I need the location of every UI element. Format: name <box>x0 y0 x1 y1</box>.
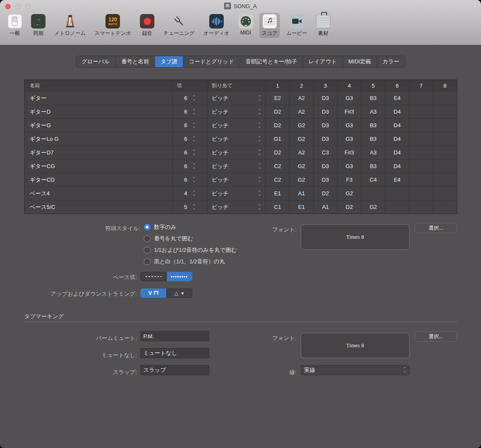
pitch-cell[interactable]: D3 <box>313 173 337 186</box>
table-row[interactable]: ギターCG 6⌃⌄ ピッチ⌃⌄ C2 G2 D3 G3 B3 D4 <box>25 159 457 173</box>
segment-dashed-sparse[interactable] <box>140 272 166 281</box>
toolbar-item-general[interactable]: 一般 <box>5 13 25 38</box>
notehead-font-choose-button[interactable]: 選択... <box>415 223 457 233</box>
pitch-cell[interactable] <box>409 105 433 118</box>
pitch-cell[interactable] <box>433 160 457 173</box>
segment-bow-marks[interactable]: V <box>140 288 166 298</box>
pitch-cell[interactable]: E2 <box>265 91 289 105</box>
stepper-icon[interactable]: ⌃⌄ <box>192 123 196 128</box>
pitch-cell[interactable]: F#3 <box>337 146 361 159</box>
stepper-icon[interactable]: ⌃⌄ <box>258 164 261 168</box>
tab-colors[interactable]: カラー <box>376 56 405 67</box>
pitch-cell[interactable]: D2 <box>313 187 337 200</box>
pitch-cell[interactable]: A3 <box>361 146 385 159</box>
pitch-cell[interactable]: A1 <box>289 187 313 200</box>
pitch-cell[interactable] <box>409 91 433 105</box>
pitch-cell[interactable] <box>433 105 457 118</box>
pitch-cell[interactable]: B3 <box>361 91 385 105</box>
pitch-cell[interactable] <box>409 132 433 146</box>
table-row[interactable]: ギターD7 6⌃⌄ ピッチ⌃⌄ D2 A2 C3 F#3 A3 D4 <box>25 146 457 159</box>
pitch-cell[interactable]: C2 <box>265 173 289 186</box>
tab-chords-grids[interactable]: コードとグリッド <box>183 56 239 67</box>
line-style-dropdown[interactable]: 実線 ⌃⌄ <box>301 365 410 375</box>
stepper-icon[interactable]: ⌃⌄ <box>258 123 261 128</box>
toolbar-item-smart-tempo[interactable]: 120 AUTO スマートテンポ <box>92 13 134 38</box>
stepper-icon[interactable]: ⌃⌄ <box>258 205 261 209</box>
pitch-cell[interactable]: D3 <box>313 132 337 146</box>
stepper-icon[interactable]: ⌃⌄ <box>258 96 261 100</box>
table-row[interactable]: ベース4 4⌃⌄ ピッチ⌃⌄ E1 A1 D2 G2 <box>25 186 457 200</box>
pitch-cell[interactable]: C3 <box>313 146 337 159</box>
stepper-icon[interactable]: ⌃⌄ <box>258 191 261 196</box>
pitch-cell[interactable]: G2 <box>337 187 361 200</box>
pitch-cell[interactable]: G2 <box>289 160 313 173</box>
pitch-cell[interactable]: A3 <box>361 105 385 118</box>
pitch-cell[interactable]: A1 <box>313 200 337 214</box>
segment-dashed-dense[interactable] <box>166 272 192 281</box>
pitch-cell[interactable]: D3 <box>313 119 337 132</box>
pitch-cell[interactable]: D2 <box>265 105 289 118</box>
pitch-cell[interactable]: C4 <box>361 173 385 186</box>
toolbar-item-metronome[interactable]: メトロノーム <box>52 13 88 38</box>
pitch-cell[interactable] <box>433 119 457 132</box>
pitch-cell[interactable]: G3 <box>337 91 361 105</box>
table-row[interactable]: ギターLo G 6⌃⌄ ピッチ⌃⌄ G1 G2 D3 G3 B3 D4 <box>25 132 457 146</box>
pitch-cell[interactable]: E1 <box>289 200 313 214</box>
pitch-cell[interactable] <box>433 91 457 105</box>
tab-tablature[interactable]: タブ譜 <box>154 56 183 67</box>
stepper-icon[interactable]: ⌃⌄ <box>192 164 196 168</box>
pitch-cell[interactable]: B3 <box>361 132 385 146</box>
pitch-cell[interactable]: G2 <box>361 200 385 214</box>
pitch-cell[interactable]: C2 <box>265 160 289 173</box>
pitch-cell[interactable]: F#3 <box>337 105 361 118</box>
pitch-cell[interactable] <box>409 160 433 173</box>
pitch-cell[interactable] <box>361 187 385 200</box>
pitch-cell[interactable]: G3 <box>337 119 361 132</box>
pitch-cell[interactable] <box>409 200 433 214</box>
stepper-icon[interactable]: ⌃⌄ <box>192 96 196 100</box>
table-row[interactable]: ギターCD 6⌃⌄ ピッチ⌃⌄ C2 G2 D3 F3 C4 E4 <box>25 173 457 186</box>
pitch-cell[interactable] <box>433 173 457 186</box>
pitch-cell[interactable]: D4 <box>385 132 409 146</box>
pitch-cell[interactable]: D3 <box>313 160 337 173</box>
stepper-icon[interactable]: ⌃⌄ <box>258 151 261 155</box>
stepper-icon[interactable]: ⌃⌄ <box>192 191 196 196</box>
pitch-cell[interactable]: D3 <box>313 105 337 118</box>
pitch-cell[interactable] <box>409 187 433 200</box>
pitch-cell[interactable]: B3 <box>361 119 385 132</box>
no-mute-field[interactable]: ミュートなし <box>140 348 209 358</box>
toolbar-item-movie[interactable]: ムービー <box>284 13 310 38</box>
pitch-cell[interactable] <box>433 200 457 214</box>
stepper-icon[interactable]: ⌃⌄ <box>192 137 196 141</box>
pitch-cell[interactable]: A2 <box>289 91 313 105</box>
pitch-cell[interactable]: D4 <box>385 119 409 132</box>
toolbar-item-audio[interactable]: オーディオ <box>201 13 232 38</box>
stepper-icon[interactable]: ⌃⌄ <box>192 205 196 209</box>
toolbar-item-assets[interactable]: 素材 <box>313 13 333 38</box>
stepper-icon[interactable]: ⌃⌄ <box>192 110 196 114</box>
pitch-cell[interactable] <box>433 187 457 200</box>
pitch-cell[interactable]: G3 <box>337 132 361 146</box>
table-row[interactable]: ギターG 6⌃⌄ ピッチ⌃⌄ D2 G2 D3 G3 B3 D4 <box>25 118 457 132</box>
pitch-cell[interactable]: E1 <box>265 187 289 200</box>
pitch-cell[interactable]: D3 <box>313 91 337 105</box>
table-row[interactable]: ギターD 6⌃⌄ ピッチ⌃⌄ D2 A2 D3 F#3 A3 D4 <box>25 105 457 118</box>
tab-global[interactable]: グローバル <box>76 56 115 67</box>
radio-circled-half-whole[interactable]: 1/1および1/2音符のみを丸で囲む <box>144 246 237 254</box>
pitch-cell[interactable]: E4 <box>385 91 409 105</box>
pitch-cell[interactable] <box>409 173 433 186</box>
tab-layout[interactable]: レイアウト <box>302 56 342 67</box>
pitch-cell[interactable]: D2 <box>265 146 289 159</box>
slap-field[interactable]: スラップ <box>140 365 209 375</box>
pitch-cell[interactable]: D4 <box>385 105 409 118</box>
radio-numbers-only[interactable]: 数字のみ <box>144 223 176 231</box>
pitch-cell[interactable] <box>385 187 409 200</box>
stepper-icon[interactable]: ⌃⌄ <box>258 178 261 182</box>
radio-black-white-circles[interactable]: 黒と白（1/1、1/2音符）の丸 <box>144 258 225 265</box>
pitch-cell[interactable]: D4 <box>385 160 409 173</box>
segment-triangle-marks[interactable]: △▼ <box>166 288 192 298</box>
pitch-cell[interactable]: G2 <box>289 173 313 186</box>
pitch-cell[interactable]: A2 <box>289 146 313 159</box>
tab-midi-meaning[interactable]: MIDI定義 <box>342 56 376 67</box>
pitch-cell[interactable]: G3 <box>337 160 361 173</box>
